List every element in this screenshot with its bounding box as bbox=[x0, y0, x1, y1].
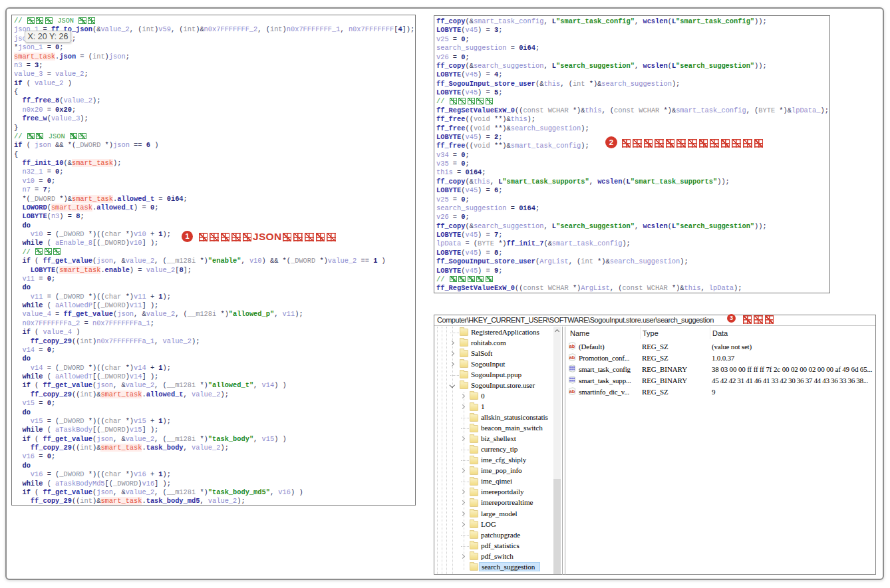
svg-text:ab: ab bbox=[569, 355, 575, 361]
svg-text:ab: ab bbox=[569, 388, 575, 394]
svg-text:ab: ab bbox=[569, 343, 575, 349]
